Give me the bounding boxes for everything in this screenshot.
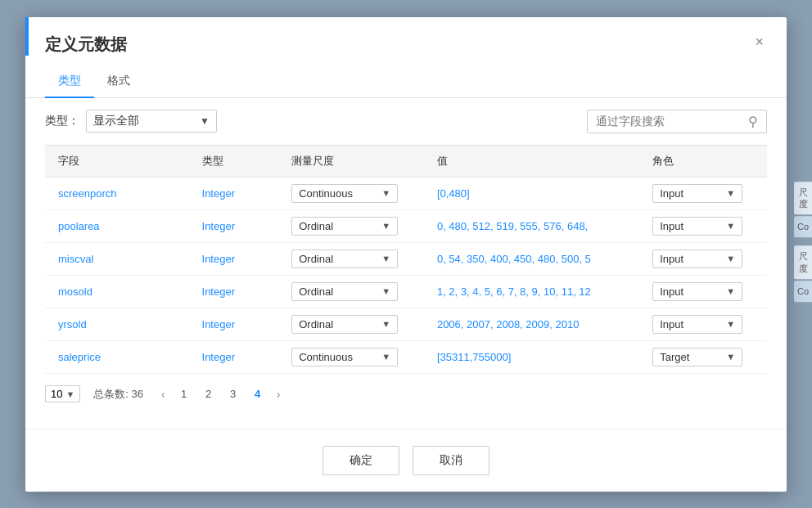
table-row: mosoldInteger Ordinal ▼ 1, 2, 3, 4, 5, 6… <box>45 275 767 308</box>
cell-type: Integer <box>189 340 279 373</box>
cell-role[interactable]: Input ▼ <box>639 308 767 340</box>
tab-bar: 类型 格式 <box>25 65 787 98</box>
close-button[interactable]: × <box>751 34 767 51</box>
right-tab-4[interactable]: Co <box>794 281 812 302</box>
cell-value: [35311,755000] <box>424 340 639 373</box>
page-2-button[interactable]: 2 <box>198 384 219 405</box>
right-panel: 尺度 Co 尺度 Co <box>794 182 812 303</box>
cell-role[interactable]: Target ▼ <box>639 340 767 373</box>
toolbar: 类型： 显示全部 ▼ ⚲ <box>25 98 787 145</box>
cell-type: Integer <box>189 242 279 275</box>
col-header-role: 角色 <box>639 145 767 177</box>
page-size-dropdown[interactable]: 10 ▼ <box>45 385 80 402</box>
cell-field: miscval <box>45 242 189 275</box>
cancel-button[interactable]: 取消 <box>413 446 489 475</box>
prev-page-button[interactable]: ‹ <box>156 386 170 402</box>
table-header-row: 字段 类型 测量尺度 值 角色 <box>45 145 767 177</box>
total-count-label: 总条数: 36 <box>93 387 143 402</box>
tab-type[interactable]: 类型 <box>45 65 94 98</box>
col-header-type: 类型 <box>189 145 279 177</box>
cell-value: 1, 2, 3, 4, 5, 6, 7, 8, 9, 10, 11, 12 <box>424 275 639 308</box>
type-filter-value: 显示全部 <box>93 114 139 128</box>
next-page-button[interactable]: › <box>272 386 286 402</box>
page-size-value: 10 <box>51 388 62 400</box>
cell-role[interactable]: Input ▼ <box>639 275 767 308</box>
cell-measure[interactable]: Ordinal ▼ <box>278 308 424 340</box>
dropdown-arrow-icon: ▼ <box>200 115 210 127</box>
define-metadata-dialog: 定义元数据 × 类型 格式 类型： 显示全部 ▼ ⚲ 字段 类型 <box>25 17 787 492</box>
search-input[interactable] <box>596 115 748 128</box>
page-nav: ‹ 1 2 3 4 › <box>156 384 285 405</box>
search-icon: ⚲ <box>748 114 758 129</box>
cell-measure[interactable]: Ordinal ▼ <box>278 209 424 242</box>
table-row: screenporchInteger Continuous ▼ [0,480] … <box>45 177 767 209</box>
metadata-table: 字段 类型 测量尺度 值 角色 screenporchInteger Conti… <box>45 145 767 374</box>
table-row: miscvalInteger Ordinal ▼ 0, 54, 350, 400… <box>45 242 767 275</box>
dialog-title: 定义元数据 <box>45 34 127 56</box>
cell-field: mosold <box>45 275 189 308</box>
col-header-value: 值 <box>424 145 639 177</box>
table-row: salepriceInteger Continuous ▼ [35311,755… <box>45 340 767 373</box>
cell-measure[interactable]: Ordinal ▼ <box>278 275 424 308</box>
cell-type: Integer <box>189 177 279 209</box>
page-size-arrow-icon: ▼ <box>65 389 74 399</box>
cell-type: Integer <box>189 308 279 340</box>
table-container: 字段 类型 测量尺度 值 角色 screenporchInteger Conti… <box>25 145 787 374</box>
confirm-button[interactable]: 确定 <box>323 446 399 475</box>
col-header-field: 字段 <box>45 145 189 177</box>
cell-field: yrsold <box>45 308 189 340</box>
cell-value: 0, 480, 512, 519, 555, 576, 648, <box>424 209 639 242</box>
page-3-button[interactable]: 3 <box>223 384 244 405</box>
cell-measure[interactable]: Continuous ▼ <box>278 177 424 209</box>
cell-value: [0,480] <box>424 177 639 209</box>
cell-role[interactable]: Input ▼ <box>639 177 767 209</box>
cell-value: 0, 54, 350, 400, 450, 480, 500, 5 <box>424 242 639 275</box>
cell-type: Integer <box>189 275 279 308</box>
pagination: 10 ▼ 总条数: 36 ‹ 1 2 3 4 › <box>25 374 787 415</box>
type-filter-label: 类型： <box>45 114 79 128</box>
right-tab-3[interactable]: 尺度 <box>794 246 812 280</box>
cell-measure[interactable]: Ordinal ▼ <box>278 242 424 275</box>
cell-field: screenporch <box>45 177 189 209</box>
cell-field: poolarea <box>45 209 189 242</box>
page-4-button[interactable]: 4 <box>247 384 268 405</box>
table-row: yrsoldInteger Ordinal ▼ 2006, 2007, 2008… <box>45 308 767 340</box>
cell-value: 2006, 2007, 2008, 2009, 2010 <box>424 308 639 340</box>
type-filter-dropdown[interactable]: 显示全部 ▼ <box>86 110 217 133</box>
col-header-measure: 测量尺度 <box>278 145 424 177</box>
table-row: poolareaInteger Ordinal ▼ 0, 480, 512, 5… <box>45 209 767 242</box>
tab-format[interactable]: 格式 <box>94 65 143 98</box>
right-tab-2[interactable]: Co <box>794 216 812 237</box>
dialog-footer: 确定 取消 <box>25 429 787 492</box>
page-1-button[interactable]: 1 <box>174 384 195 405</box>
cell-type: Integer <box>189 209 279 242</box>
cell-role[interactable]: Input ▼ <box>639 242 767 275</box>
cell-measure[interactable]: Continuous ▼ <box>278 340 424 373</box>
search-box[interactable]: ⚲ <box>587 110 767 133</box>
cell-field: saleprice <box>45 340 189 373</box>
cell-role[interactable]: Input ▼ <box>639 209 767 242</box>
right-tab-1[interactable]: 尺度 <box>794 182 812 215</box>
